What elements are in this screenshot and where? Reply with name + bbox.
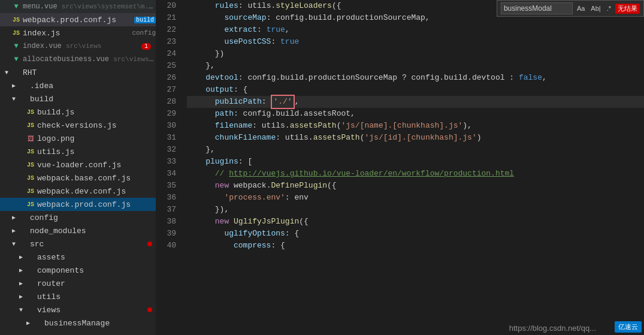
- sidebar-item-rht[interactable]: ▼RHT: [0, 66, 156, 79]
- code-token: true: [267, 24, 285, 36]
- sidebar-item-router[interactable]: ▶router: [0, 277, 156, 290]
- sidebar-item-node-modules[interactable]: ▶node_modules: [0, 224, 156, 237]
- arrow-icon: ▶: [17, 280, 25, 287]
- code-token: : [: [238, 156, 252, 168]
- sidebar-item-utils-js[interactable]: JSutils.js: [0, 145, 156, 158]
- code-token: : config.build.assetsRoot,: [234, 108, 355, 120]
- code-line: new webpack.DefinePlugin({: [187, 180, 644, 192]
- arrow-icon: ▼: [10, 241, 18, 248]
- sidebar-item-menu-vue[interactable]: ▼menu.vue src\views\systemset\m...: [0, 0, 156, 13]
- line-number: 40: [156, 240, 176, 252]
- sidebar-item-src[interactable]: ▼src: [0, 237, 156, 251]
- sidebar-item-allocatebusiness-vue[interactable]: ▼allocatebusiness.vue src\views\...: [0, 53, 156, 66]
- sidebar-item-components[interactable]: ▶components: [0, 264, 156, 277]
- line-number: 24: [156, 48, 176, 60]
- js-icon: JS: [25, 162, 36, 168]
- code-token: output: [187, 84, 234, 96]
- vue-icon: ▼: [11, 42, 22, 50]
- arrow-icon: ▶: [17, 293, 25, 300]
- sidebar-item-logo-png[interactable]: 🖼logo.png: [0, 132, 156, 145]
- code-token: new: [215, 216, 229, 228]
- vue-icon: ▼: [11, 55, 22, 64]
- code-line: },: [187, 60, 644, 72]
- editor-content: Aa Ab| .* 无结果 20212223242526272829303132…: [156, 0, 644, 335]
- code-line: 'process.env': env: [187, 192, 644, 204]
- arrow-icon: ▶: [10, 227, 18, 234]
- code-token: ,: [542, 72, 547, 84]
- line-number: 29: [156, 108, 176, 120]
- js-icon: JS: [11, 30, 22, 37]
- code-token: [187, 216, 215, 228]
- code-token: ({: [332, 0, 341, 12]
- sidebar-item-webpack-prod-conf-js-tree[interactable]: JSwebpack.prod.conf.js: [0, 198, 156, 211]
- line-number: 26: [156, 72, 176, 84]
- line-number: 36: [156, 192, 176, 204]
- sidebar-item-webpack-dev-conf-js[interactable]: JSwebpack.dev.conf.js: [0, 185, 156, 198]
- arrow-icon: ▶: [24, 319, 32, 327]
- code-token: devtool: [187, 72, 238, 84]
- code-token: : config.build.productionSourceMap: [238, 72, 402, 84]
- sidebar-item-label: node_modules: [30, 227, 156, 236]
- code-token: ({: [299, 216, 309, 228]
- sidebar-item-index-js[interactable]: JSindex.jsconfig: [0, 26, 156, 40]
- sidebar-item-vue-loader-conf-js[interactable]: JSvue-loader.conf.js: [0, 158, 156, 171]
- arrow-icon: ▼: [10, 96, 18, 102]
- code-token: :: [262, 96, 271, 108]
- line-number: 22: [156, 24, 176, 36]
- sidebar-item-index-vue[interactable]: ▼index.vue src\views1: [0, 40, 156, 53]
- sidebar-item-idea[interactable]: ▶.idea: [0, 79, 156, 92]
- code-token: : {: [271, 240, 285, 252]
- sidebar-item-assets[interactable]: ▶assets: [0, 251, 156, 264]
- line-number: 28: [156, 96, 176, 108]
- code-line: path: config.build.assetsRoot,: [187, 108, 644, 120]
- line-number: 37: [156, 204, 176, 216]
- code-token: http://vuejs.github.io/vue-loader/en/wor…: [229, 168, 514, 180]
- code-line: plugins: [: [187, 156, 644, 168]
- code-line: // http://vuejs.github.io/vue-loader/en/…: [187, 168, 644, 180]
- sidebar-item-label: check-versions.js: [37, 121, 156, 130]
- code-token: plugins: [187, 156, 238, 168]
- sidebar-item-businessmanage[interactable]: ▶businessManage: [0, 316, 156, 330]
- code-token: ?: [402, 72, 407, 84]
- code-line: output: {: [187, 84, 644, 96]
- sidebar-item-utils[interactable]: ▶utils: [0, 290, 156, 303]
- code-token: [187, 180, 215, 192]
- sidebar-item-webpack-prod[interactable]: JSwebpack.prod.conf.jsbuild: [0, 13, 156, 26]
- code-token: },: [187, 60, 215, 72]
- line-number: 39: [156, 228, 176, 240]
- sidebar-item-label: .idea: [30, 82, 156, 90]
- code-line: }): [187, 48, 644, 60]
- code-token: true: [280, 36, 299, 48]
- sidebar-item-label: index.js: [23, 29, 129, 38]
- sidebar-item-build-js[interactable]: JSbuild.js: [0, 105, 156, 119]
- sidebar-item-check-versions-js[interactable]: JScheck-versions.js: [0, 119, 156, 132]
- sidebar-item-webpack-base-conf-js[interactable]: JSwebpack.base.conf.js: [0, 171, 156, 185]
- search-input[interactable]: [501, 2, 573, 14]
- search-regex-btn[interactable]: .*: [605, 4, 613, 13]
- line-number: 21: [156, 12, 176, 24]
- code-token: 'process.env': [224, 192, 285, 204]
- code-token: filename: [187, 120, 252, 132]
- line-number: 35: [156, 180, 176, 192]
- sidebar-item-label: components: [37, 266, 156, 275]
- sidebar-item-views[interactable]: ▼views: [0, 303, 156, 316]
- code-token: rules: [187, 0, 238, 12]
- sidebar-item-label: build: [30, 95, 156, 104]
- sidebar-item-build[interactable]: ▼build: [0, 92, 156, 105]
- sidebar-item-label: config: [30, 213, 156, 222]
- code-token: [229, 216, 234, 228]
- code-token: compress: [187, 240, 271, 252]
- arrow-icon: ▼: [2, 70, 11, 76]
- code-token: : {: [234, 84, 247, 96]
- search-word-btn[interactable]: Ab|: [589, 4, 602, 13]
- js-icon: JS: [25, 175, 36, 182]
- sidebar-item-label: webpack.base.conf.js: [37, 174, 156, 183]
- code-line: extract: true,: [187, 24, 644, 36]
- search-case-btn[interactable]: Aa: [575, 4, 586, 13]
- line-number: 25: [156, 60, 176, 72]
- sidebar-item-label: router: [37, 279, 156, 288]
- code-token: //: [187, 168, 229, 180]
- sidebar-item-config[interactable]: ▶config: [0, 211, 156, 224]
- sidebar-item-label: build.js: [37, 108, 156, 117]
- code-token: styleLoaders: [276, 0, 332, 12]
